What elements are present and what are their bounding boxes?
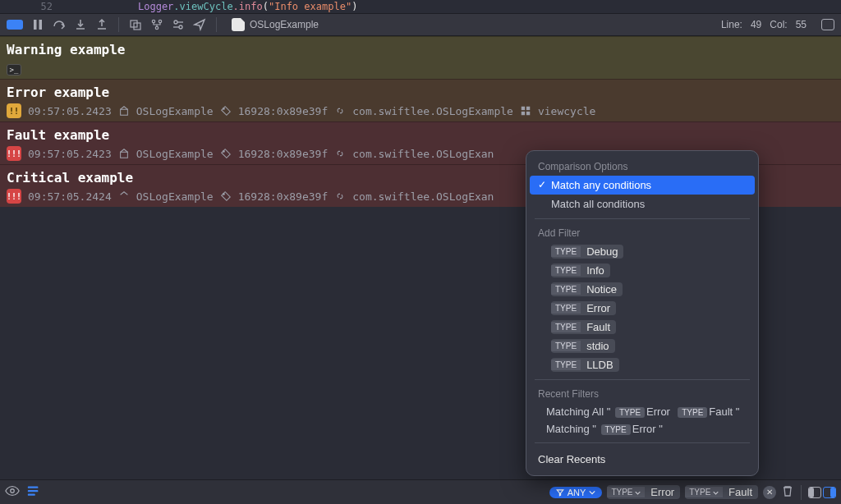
recent-filter-one[interactable]: Matching " TYPEError "	[526, 420, 758, 438]
svg-rect-17	[522, 107, 525, 110]
log-timestamp: 09:57:05.2423	[28, 148, 112, 160]
filter-option-lldb[interactable]: TYPELLDB	[526, 355, 758, 374]
output-mode-icon[interactable]	[26, 483, 41, 501]
log-process: OSLogExample	[136, 105, 214, 117]
active-filter-error[interactable]: TYPE Error	[607, 485, 680, 499]
process-icon	[118, 148, 130, 159]
log-process: OSLogExample	[136, 190, 214, 203]
active-filter-fault[interactable]: TYPE Fault	[685, 485, 758, 499]
log-thread: 16928:0x89e39f	[238, 190, 329, 203]
link-icon	[334, 105, 346, 117]
debug-memory-graph-icon[interactable]	[150, 18, 163, 31]
cursor-col: 55	[796, 19, 807, 30]
recent-value: Error	[646, 405, 670, 418]
severity-badge-icon: !!!	[7, 146, 21, 161]
recent-filters-header: Recent Filters	[526, 385, 758, 403]
svg-rect-21	[120, 152, 127, 158]
severity-badge-icon: !!!	[7, 189, 21, 204]
link-icon	[334, 190, 346, 202]
log-subsystem: com.swiftlee.OSLogExan	[352, 148, 494, 160]
filter-option-error[interactable]: TYPEError	[526, 299, 758, 318]
add-filter-header: Add Filter	[526, 224, 758, 242]
activate-breakpoints-icon[interactable]	[7, 20, 23, 30]
tag-icon	[220, 190, 232, 202]
divider	[535, 442, 750, 443]
panel-toggle-icon[interactable]	[821, 19, 834, 30]
filter-option-debug[interactable]: TYPEDebug	[526, 242, 758, 261]
metadata-toggle-icon[interactable]	[5, 483, 20, 501]
divider	[535, 218, 750, 219]
divider	[801, 485, 802, 500]
process-icon	[118, 105, 130, 117]
filter-popup: Comparison Options Match any conditions …	[526, 150, 759, 476]
svg-rect-1	[39, 20, 43, 30]
recent-filter-all[interactable]: Matching All " TYPEError TYPEFault "	[526, 403, 758, 420]
svg-point-8	[152, 20, 154, 22]
log-timestamp: 09:57:05.2424	[28, 190, 112, 203]
log-message: Error example	[7, 85, 834, 100]
any-filter-pill[interactable]: ANY	[549, 487, 603, 498]
file-name: OSLogExample	[250, 19, 319, 30]
code-token-paren-open: (	[263, 1, 269, 12]
pause-icon[interactable]	[31, 18, 44, 31]
code-token-info: .info	[233, 1, 263, 12]
match-any-item[interactable]: Match any conditions	[530, 176, 755, 195]
environment-overrides-icon[interactable]	[172, 18, 185, 31]
log-subsystem: com.swiftlee.OSLogExan	[352, 190, 494, 203]
filter-option-notice[interactable]: TYPENotice	[526, 280, 758, 299]
filter-value: Fault	[723, 485, 758, 499]
chevron-down-icon	[713, 490, 719, 496]
severity-badge-icon: !!	[7, 103, 21, 118]
filter-option-fault[interactable]: TYPEFault	[526, 318, 758, 337]
filter-option-stdio[interactable]: TYPEstdio	[526, 337, 758, 355]
process-icon	[118, 190, 130, 202]
any-label: ANY	[568, 488, 586, 497]
terminal-icon: >_	[7, 64, 21, 76]
type-pill: TYPE	[601, 424, 631, 435]
grid-icon	[520, 105, 531, 117]
log-row-warning[interactable]: Warning example >_	[0, 36, 841, 79]
svg-point-22	[223, 151, 224, 153]
clear-recents-button[interactable]: Clear Recents	[526, 448, 758, 469]
step-into-icon[interactable]	[74, 18, 87, 31]
divider	[535, 379, 750, 380]
svg-point-10	[155, 26, 158, 29]
svg-rect-25	[28, 487, 39, 488]
link-icon	[334, 148, 346, 159]
cursor-line-label: Line:	[721, 19, 742, 30]
location-icon[interactable]	[193, 18, 206, 31]
step-out-icon[interactable]	[95, 18, 108, 31]
type-label: TYPE	[611, 488, 632, 497]
debug-toolbar: OSLogExample Line: 49 Col: 55	[0, 13, 841, 36]
log-thread: 16928:0x89e39f	[238, 148, 329, 160]
panel-segmented-control[interactable]	[808, 487, 836, 498]
type-label: TYPE	[689, 488, 710, 497]
left-panel-toggle-icon[interactable]	[808, 487, 821, 498]
svg-rect-19	[522, 112, 525, 115]
clear-filter-icon[interactable]: ✕	[763, 486, 776, 499]
right-panel-toggle-icon[interactable]	[823, 487, 836, 498]
trash-icon[interactable]	[781, 484, 794, 500]
cursor-col-label: Col:	[770, 19, 787, 30]
log-process: OSLogExample	[136, 148, 214, 160]
current-file[interactable]: OSLogExample	[232, 18, 319, 31]
filter-option-info[interactable]: TYPEInfo	[526, 261, 758, 280]
svg-rect-20	[526, 112, 530, 115]
line-number: 52	[30, 1, 53, 12]
recent-suffix: "	[736, 405, 740, 418]
log-message: Fault example	[7, 127, 834, 143]
svg-rect-27	[28, 494, 35, 496]
step-over-icon[interactable]	[53, 18, 66, 31]
log-row-error[interactable]: Error example !! 09:57:05.2423 OSLogExam…	[0, 79, 841, 121]
filter-funnel-icon	[556, 488, 564, 497]
svg-rect-15	[120, 109, 127, 115]
recent-value: Error	[632, 423, 656, 435]
svg-rect-18	[526, 107, 530, 110]
chevron-down-icon	[589, 489, 595, 496]
code-token-viewcycle: .viewCycle	[173, 1, 232, 12]
filter-value: Error	[645, 485, 680, 499]
svg-point-16	[223, 108, 224, 110]
debug-view-hierarchy-icon[interactable]	[129, 18, 142, 31]
match-all-item[interactable]: Match all conditions	[526, 195, 758, 213]
svg-point-23	[223, 194, 224, 195]
